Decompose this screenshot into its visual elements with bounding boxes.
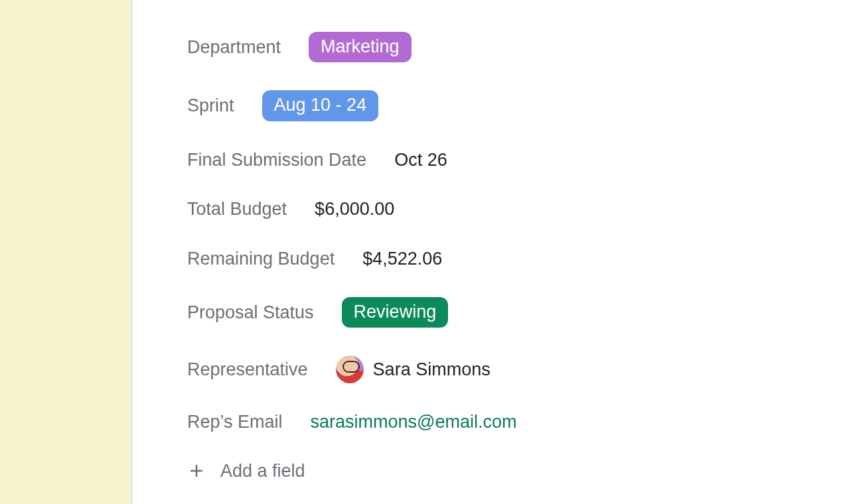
- rep-email-link[interactable]: sarasimmons@email.com: [311, 411, 517, 432]
- field-total-budget[interactable]: Total Budget $6,000.00: [187, 198, 843, 220]
- add-field-label: Add a field: [220, 461, 305, 481]
- field-label-final-submission: Final Submission Date: [187, 149, 366, 170]
- avatar: [336, 355, 364, 383]
- field-remaining-budget[interactable]: Remaining Budget $4,522.06: [187, 248, 843, 269]
- field-label-sprint: Sprint: [187, 95, 234, 116]
- representative-value: Sara Simmons: [373, 359, 491, 380]
- field-label-proposal-status: Proposal Status: [187, 302, 314, 323]
- field-rep-email[interactable]: Rep’s Email sarasimmons@email.com: [187, 411, 843, 432]
- field-sprint[interactable]: Sprint Aug 10 - 24: [187, 90, 843, 121]
- left-sidebar-strip: [0, 0, 133, 504]
- total-budget-value: $6,000.00: [315, 198, 394, 220]
- field-label-total-budget: Total Budget: [187, 198, 287, 220]
- field-label-representative: Representative: [187, 359, 308, 380]
- plus-icon: [187, 462, 206, 480]
- field-proposal-status[interactable]: Proposal Status Reviewing: [187, 297, 843, 328]
- field-label-department: Department: [187, 36, 281, 58]
- add-field-button[interactable]: Add a field: [187, 461, 843, 481]
- field-final-submission-date[interactable]: Final Submission Date Oct 26: [187, 149, 843, 170]
- field-label-rep-email: Rep’s Email: [187, 411, 283, 432]
- field-representative[interactable]: Representative Sara Simmons: [187, 355, 843, 383]
- field-label-remaining-budget: Remaining Budget: [187, 248, 335, 269]
- field-list: Department Marketing Sprint Aug 10 - 24 …: [133, 0, 843, 504]
- final-submission-value: Oct 26: [394, 149, 447, 170]
- department-tag[interactable]: Marketing: [309, 32, 412, 62]
- remaining-budget-value: $4,522.06: [362, 248, 442, 269]
- sprint-tag[interactable]: Aug 10 - 24: [262, 90, 379, 121]
- proposal-status-tag[interactable]: Reviewing: [342, 297, 449, 328]
- field-department[interactable]: Department Marketing: [187, 32, 843, 62]
